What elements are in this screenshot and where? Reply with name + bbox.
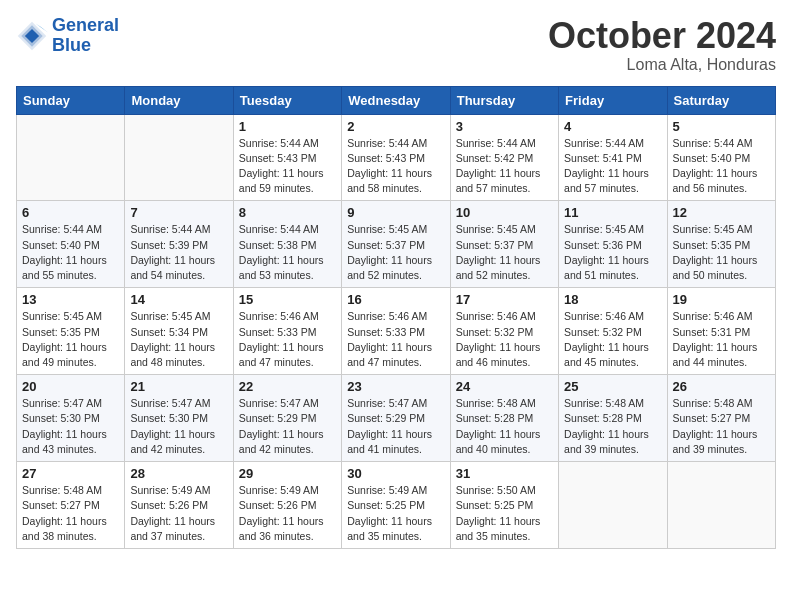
day-number: 12 — [673, 205, 770, 220]
title-block: October 2024 Loma Alta, Honduras — [548, 16, 776, 74]
day-info: Sunrise: 5:49 AM Sunset: 5:26 PM Dayligh… — [130, 483, 227, 544]
day-info: Sunrise: 5:48 AM Sunset: 5:28 PM Dayligh… — [456, 396, 553, 457]
day-number: 25 — [564, 379, 661, 394]
calendar-cell: 10Sunrise: 5:45 AM Sunset: 5:37 PM Dayli… — [450, 201, 558, 288]
day-info: Sunrise: 5:46 AM Sunset: 5:33 PM Dayligh… — [239, 309, 336, 370]
calendar-cell — [125, 114, 233, 201]
day-number: 3 — [456, 119, 553, 134]
calendar-cell: 11Sunrise: 5:45 AM Sunset: 5:36 PM Dayli… — [559, 201, 667, 288]
day-info: Sunrise: 5:44 AM Sunset: 5:41 PM Dayligh… — [564, 136, 661, 197]
day-info: Sunrise: 5:44 AM Sunset: 5:39 PM Dayligh… — [130, 222, 227, 283]
day-number: 23 — [347, 379, 444, 394]
logo: General Blue — [16, 16, 119, 56]
weekday-saturday: Saturday — [667, 86, 775, 114]
week-row-2: 6Sunrise: 5:44 AM Sunset: 5:40 PM Daylig… — [17, 201, 776, 288]
calendar-cell: 2Sunrise: 5:44 AM Sunset: 5:43 PM Daylig… — [342, 114, 450, 201]
calendar-body: 1Sunrise: 5:44 AM Sunset: 5:43 PM Daylig… — [17, 114, 776, 548]
calendar-cell: 25Sunrise: 5:48 AM Sunset: 5:28 PM Dayli… — [559, 375, 667, 462]
calendar-cell: 6Sunrise: 5:44 AM Sunset: 5:40 PM Daylig… — [17, 201, 125, 288]
day-info: Sunrise: 5:44 AM Sunset: 5:42 PM Dayligh… — [456, 136, 553, 197]
day-info: Sunrise: 5:46 AM Sunset: 5:32 PM Dayligh… — [456, 309, 553, 370]
calendar-cell: 12Sunrise: 5:45 AM Sunset: 5:35 PM Dayli… — [667, 201, 775, 288]
day-number: 10 — [456, 205, 553, 220]
day-number: 17 — [456, 292, 553, 307]
weekday-friday: Friday — [559, 86, 667, 114]
day-number: 30 — [347, 466, 444, 481]
day-info: Sunrise: 5:49 AM Sunset: 5:25 PM Dayligh… — [347, 483, 444, 544]
weekday-header-row: SundayMondayTuesdayWednesdayThursdayFrid… — [17, 86, 776, 114]
weekday-thursday: Thursday — [450, 86, 558, 114]
day-number: 19 — [673, 292, 770, 307]
calendar-cell: 14Sunrise: 5:45 AM Sunset: 5:34 PM Dayli… — [125, 288, 233, 375]
week-row-3: 13Sunrise: 5:45 AM Sunset: 5:35 PM Dayli… — [17, 288, 776, 375]
day-info: Sunrise: 5:47 AM Sunset: 5:30 PM Dayligh… — [22, 396, 119, 457]
location: Loma Alta, Honduras — [548, 56, 776, 74]
calendar-cell: 21Sunrise: 5:47 AM Sunset: 5:30 PM Dayli… — [125, 375, 233, 462]
day-number: 14 — [130, 292, 227, 307]
week-row-4: 20Sunrise: 5:47 AM Sunset: 5:30 PM Dayli… — [17, 375, 776, 462]
day-info: Sunrise: 5:47 AM Sunset: 5:30 PM Dayligh… — [130, 396, 227, 457]
calendar-cell: 3Sunrise: 5:44 AM Sunset: 5:42 PM Daylig… — [450, 114, 558, 201]
calendar-cell — [667, 462, 775, 549]
calendar-cell: 18Sunrise: 5:46 AM Sunset: 5:32 PM Dayli… — [559, 288, 667, 375]
day-number: 9 — [347, 205, 444, 220]
day-number: 29 — [239, 466, 336, 481]
day-number: 18 — [564, 292, 661, 307]
calendar-cell: 23Sunrise: 5:47 AM Sunset: 5:29 PM Dayli… — [342, 375, 450, 462]
day-info: Sunrise: 5:45 AM Sunset: 5:35 PM Dayligh… — [22, 309, 119, 370]
day-info: Sunrise: 5:47 AM Sunset: 5:29 PM Dayligh… — [239, 396, 336, 457]
day-number: 5 — [673, 119, 770, 134]
calendar-cell: 29Sunrise: 5:49 AM Sunset: 5:26 PM Dayli… — [233, 462, 341, 549]
calendar-cell: 27Sunrise: 5:48 AM Sunset: 5:27 PM Dayli… — [17, 462, 125, 549]
day-number: 21 — [130, 379, 227, 394]
day-number: 28 — [130, 466, 227, 481]
calendar-cell: 19Sunrise: 5:46 AM Sunset: 5:31 PM Dayli… — [667, 288, 775, 375]
day-number: 24 — [456, 379, 553, 394]
calendar-cell: 24Sunrise: 5:48 AM Sunset: 5:28 PM Dayli… — [450, 375, 558, 462]
day-number: 8 — [239, 205, 336, 220]
day-info: Sunrise: 5:50 AM Sunset: 5:25 PM Dayligh… — [456, 483, 553, 544]
calendar-cell: 7Sunrise: 5:44 AM Sunset: 5:39 PM Daylig… — [125, 201, 233, 288]
day-info: Sunrise: 5:49 AM Sunset: 5:26 PM Dayligh… — [239, 483, 336, 544]
day-info: Sunrise: 5:44 AM Sunset: 5:40 PM Dayligh… — [22, 222, 119, 283]
calendar-cell: 16Sunrise: 5:46 AM Sunset: 5:33 PM Dayli… — [342, 288, 450, 375]
weekday-monday: Monday — [125, 86, 233, 114]
logo-icon — [16, 20, 48, 52]
day-number: 2 — [347, 119, 444, 134]
weekday-wednesday: Wednesday — [342, 86, 450, 114]
calendar-cell: 20Sunrise: 5:47 AM Sunset: 5:30 PM Dayli… — [17, 375, 125, 462]
week-row-1: 1Sunrise: 5:44 AM Sunset: 5:43 PM Daylig… — [17, 114, 776, 201]
calendar-cell — [559, 462, 667, 549]
day-info: Sunrise: 5:46 AM Sunset: 5:31 PM Dayligh… — [673, 309, 770, 370]
calendar-cell: 15Sunrise: 5:46 AM Sunset: 5:33 PM Dayli… — [233, 288, 341, 375]
day-number: 31 — [456, 466, 553, 481]
calendar-cell: 31Sunrise: 5:50 AM Sunset: 5:25 PM Dayli… — [450, 462, 558, 549]
logo-blue: Blue — [52, 36, 119, 56]
day-number: 15 — [239, 292, 336, 307]
week-row-5: 27Sunrise: 5:48 AM Sunset: 5:27 PM Dayli… — [17, 462, 776, 549]
calendar-cell — [17, 114, 125, 201]
day-info: Sunrise: 5:45 AM Sunset: 5:34 PM Dayligh… — [130, 309, 227, 370]
day-number: 1 — [239, 119, 336, 134]
weekday-tuesday: Tuesday — [233, 86, 341, 114]
calendar-cell: 5Sunrise: 5:44 AM Sunset: 5:40 PM Daylig… — [667, 114, 775, 201]
day-number: 7 — [130, 205, 227, 220]
logo-general: General — [52, 16, 119, 36]
calendar-cell: 22Sunrise: 5:47 AM Sunset: 5:29 PM Dayli… — [233, 375, 341, 462]
day-info: Sunrise: 5:46 AM Sunset: 5:33 PM Dayligh… — [347, 309, 444, 370]
day-info: Sunrise: 5:44 AM Sunset: 5:40 PM Dayligh… — [673, 136, 770, 197]
day-info: Sunrise: 5:44 AM Sunset: 5:38 PM Dayligh… — [239, 222, 336, 283]
day-info: Sunrise: 5:47 AM Sunset: 5:29 PM Dayligh… — [347, 396, 444, 457]
calendar-cell: 28Sunrise: 5:49 AM Sunset: 5:26 PM Dayli… — [125, 462, 233, 549]
calendar-cell: 30Sunrise: 5:49 AM Sunset: 5:25 PM Dayli… — [342, 462, 450, 549]
day-number: 26 — [673, 379, 770, 394]
day-info: Sunrise: 5:45 AM Sunset: 5:36 PM Dayligh… — [564, 222, 661, 283]
calendar-cell: 26Sunrise: 5:48 AM Sunset: 5:27 PM Dayli… — [667, 375, 775, 462]
day-number: 6 — [22, 205, 119, 220]
day-number: 20 — [22, 379, 119, 394]
calendar-cell: 1Sunrise: 5:44 AM Sunset: 5:43 PM Daylig… — [233, 114, 341, 201]
day-info: Sunrise: 5:44 AM Sunset: 5:43 PM Dayligh… — [347, 136, 444, 197]
day-info: Sunrise: 5:45 AM Sunset: 5:37 PM Dayligh… — [347, 222, 444, 283]
day-number: 27 — [22, 466, 119, 481]
day-number: 22 — [239, 379, 336, 394]
